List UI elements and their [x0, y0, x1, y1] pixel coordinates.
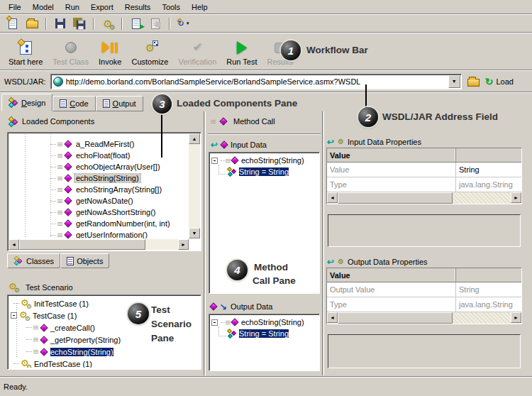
tree-item-selected[interactable]: echoString(String) — [9, 172, 188, 184]
vertical-scrollbar[interactable]: ▲ ▼ — [189, 133, 200, 238]
testcase-gears-icon: ⚙⚙ — [21, 299, 32, 309]
tab-design[interactable]: Design — [1, 94, 52, 111]
toolbar-separator — [93, 18, 94, 30]
horizontal-scrollbar[interactable]: ◄ ► — [327, 312, 521, 324]
scroll-right-icon[interactable]: ► — [511, 312, 521, 323]
workflow-customize-button[interactable]: ⚙ Customize — [127, 36, 172, 67]
export-report-button[interactable]: ▶ — [128, 16, 145, 31]
loaded-components-header: Loaded Components — [9, 116, 94, 127]
input-data-tree: echoString(String) String = String — [209, 152, 320, 294]
scroll-up-icon[interactable]: ▲ — [189, 133, 200, 144]
method-diamond-icon — [231, 318, 238, 326]
new-document-icon — [9, 18, 17, 29]
workflow-run-test-button[interactable]: Run Test — [222, 36, 261, 67]
tree-item[interactable]: getNowAsDate() — [9, 195, 188, 207]
horizontal-scrollbar[interactable]: ◄ ► — [9, 239, 189, 250]
load-button[interactable]: ↻ Load — [485, 77, 514, 87]
method-diamond-icon — [64, 208, 72, 216]
options-gear-icon: ⚙ — [177, 18, 183, 31]
menu-file[interactable]: File — [3, 1, 27, 13]
collapse-icon[interactable] — [11, 312, 17, 319]
play-icon: ▶ — [140, 23, 145, 30]
tree-item[interactable]: getRandomNumber(int, int) — [9, 218, 188, 229]
collapse-icon[interactable] — [211, 319, 218, 326]
open-button[interactable] — [23, 16, 40, 31]
tab-classes[interactable]: Classes — [7, 253, 60, 268]
new-document-button[interactable] — [4, 16, 21, 31]
toolbar-separator — [169, 18, 170, 30]
workflow-bar: Start here Test Class Invoke ⚙ Customize… — [0, 33, 532, 70]
table-row[interactable]: ValueString — [327, 163, 521, 177]
menu-run[interactable]: Run — [60, 1, 85, 13]
tab-objects[interactable]: Objects — [60, 253, 109, 268]
output-data-icon — [209, 302, 217, 310]
browse-button[interactable] — [467, 77, 480, 87]
tree-item[interactable]: echoString(String) — [211, 317, 318, 328]
tree-item-selected[interactable]: String = String — [211, 328, 318, 339]
wsdl-jar-input[interactable]: http://demo.borland.com/BorlandSampleSer… — [50, 74, 462, 89]
output-properties-table: Value Output ValueString Typejava.lang.S… — [326, 268, 522, 324]
output-data-header: ↘ Output Data — [211, 301, 272, 312]
table-row[interactable]: Typejava.lang.String — [327, 177, 521, 192]
menu-export[interactable]: Export — [85, 1, 119, 13]
tree-item[interactable]: getNowAsShortString() — [9, 207, 188, 218]
tree-item[interactable]: echoStringArray(String[]) — [9, 184, 188, 195]
classes-tab-icon — [14, 257, 23, 265]
scroll-right-icon[interactable]: ► — [511, 192, 521, 203]
tab-output[interactable]: Output — [96, 96, 143, 111]
menu-help[interactable]: Help — [186, 1, 214, 13]
callout-5-label-line1: Test — [151, 304, 170, 315]
verification-icon: ✔ — [193, 42, 202, 53]
table-row[interactable]: Typejava.lang.String — [327, 297, 521, 312]
pane-splitter[interactable] — [204, 111, 206, 375]
workflow-start-here-button[interactable]: Start here — [4, 36, 47, 67]
menu-model[interactable]: Model — [27, 1, 60, 13]
toolbar-separator — [45, 18, 47, 30]
scroll-down-icon[interactable]: ▼ — [189, 228, 200, 238]
objects-tab-icon — [67, 257, 74, 265]
address-dropdown-button[interactable]: ▼ — [448, 75, 460, 88]
output-properties-description — [328, 334, 521, 368]
workflow-test-class-button: Test Class — [48, 36, 93, 67]
output-data-properties-header: ↩ ⚙ Output Data Properties — [327, 256, 428, 268]
toolbar-options-button[interactable]: ⚙↻▼ — [175, 16, 192, 31]
tree-item-selected[interactable]: String = String — [211, 166, 318, 177]
tree-item[interactable]: ⚙⚙EndTestCase (1) — [11, 358, 199, 368]
tree-item[interactable]: echoObjectArray(User[]) — [9, 161, 188, 172]
scroll-left-icon[interactable]: ◄ — [327, 312, 338, 323]
callout-3-label: Loaded Components Pane — [177, 98, 297, 109]
output-properties-icon: ↩ — [327, 258, 334, 266]
start-here-icon — [20, 41, 32, 55]
tree-item-selected[interactable]: echoString(String) — [11, 346, 199, 358]
workflow-verification-button: ✔ Verification — [174, 36, 221, 67]
scroll-right-icon[interactable]: ► — [178, 239, 189, 250]
scroll-left-icon[interactable]: ◄ — [327, 192, 338, 203]
save-all-button[interactable] — [71, 16, 88, 31]
callout-5-badge: 5 — [128, 303, 149, 324]
table-header: Value — [327, 148, 521, 163]
menu-results[interactable]: Results — [119, 1, 157, 13]
save-button[interactable] — [52, 16, 69, 31]
scrollbar-thumb[interactable] — [338, 192, 453, 204]
test-scenario-tree: ⚙⚙InitTestCase (1) ⚙⚙TestCase (1) _creat… — [7, 295, 201, 370]
method-call-header: Method Call — [211, 116, 275, 127]
tree-item[interactable]: echoString(String) — [211, 155, 318, 166]
scrollbar-thumb[interactable] — [19, 239, 145, 250]
test-class-icon — [65, 42, 77, 53]
tree-item[interactable]: getUserInformation() — [9, 229, 188, 238]
table-row[interactable]: Output ValueString — [327, 282, 521, 297]
collapse-icon[interactable] — [211, 158, 218, 164]
loaded-components-icon — [9, 117, 18, 126]
tab-code[interactable]: Code — [52, 96, 95, 111]
scrollbar-thumb[interactable] — [338, 312, 453, 324]
scroll-left-icon[interactable]: ◄ — [9, 239, 19, 250]
toolbar-separator — [121, 18, 123, 30]
tree-item[interactable]: ⚙⚙InitTestCase (1) — [11, 297, 199, 309]
callout-4-label-line1: Method — [254, 262, 288, 273]
method-diamond-icon — [40, 324, 48, 331]
status-text: Ready. — [4, 383, 28, 391]
workflow-invoke-button[interactable]: Invoke — [94, 36, 126, 67]
menu-tools[interactable]: Tools — [156, 1, 186, 13]
horizontal-scrollbar[interactable]: ◄ ► — [327, 192, 521, 204]
customize-tool-button[interactable]: ⚙⚙ — [99, 16, 116, 31]
